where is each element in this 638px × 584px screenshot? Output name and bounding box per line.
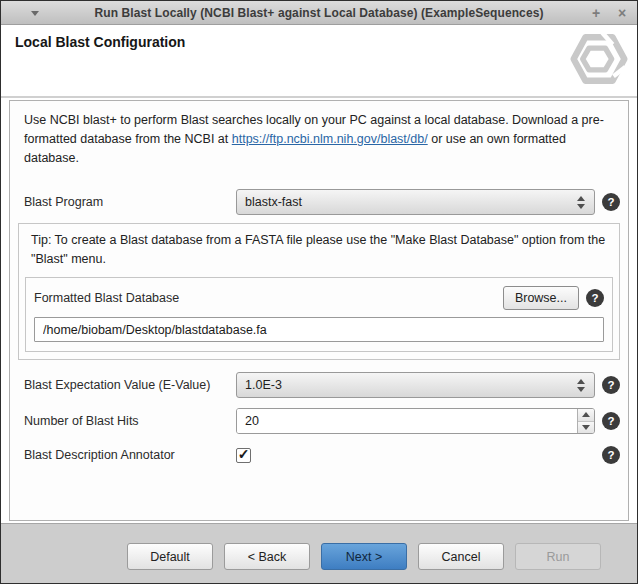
evalue-label: Blast Expectation Value (E-Value) bbox=[24, 378, 236, 392]
hits-spinner bbox=[236, 408, 595, 434]
browse-button[interactable]: Browse... bbox=[503, 286, 579, 310]
database-path-input[interactable] bbox=[34, 317, 604, 342]
hits-spinner-down-button[interactable] bbox=[578, 422, 594, 434]
close-icon: × bbox=[618, 6, 626, 20]
spinner-down-icon bbox=[582, 425, 590, 430]
hits-label: Number of Blast Hits bbox=[24, 414, 236, 428]
hits-spinner-up-button[interactable] bbox=[578, 409, 594, 422]
database-groupbox: Tip: To create a Blast database from a F… bbox=[18, 223, 620, 360]
combo-arrows-icon bbox=[577, 190, 585, 214]
dialog-header: Local Blast Configuration bbox=[1, 25, 637, 98]
evalue-select[interactable]: 1.0E-3 bbox=[236, 372, 595, 398]
hits-help-icon[interactable]: ? bbox=[602, 412, 620, 430]
default-button[interactable]: Default bbox=[127, 543, 213, 570]
annotator-help-icon[interactable]: ? bbox=[602, 446, 620, 464]
evalue-help-icon[interactable]: ? bbox=[602, 376, 620, 394]
dialog-footer: Default < Back Next > Cancel Run bbox=[1, 523, 637, 584]
window-menu-button[interactable] bbox=[25, 1, 45, 25]
annotator-label: Blast Description Annotator bbox=[24, 448, 236, 462]
content-region: Use NCBI blast+ to perform Blast searche… bbox=[1, 98, 637, 523]
configuration-panel: Use NCBI blast+ to perform Blast searche… bbox=[9, 100, 629, 521]
run-blast-locally-dialog: Run Blast Locally (NCBI Blast+ against L… bbox=[0, 0, 638, 584]
window-menu-icon bbox=[31, 11, 39, 16]
next-button[interactable]: Next > bbox=[321, 543, 407, 570]
checkmark-icon: ✓ bbox=[238, 447, 250, 461]
omicsbox-hexagon-logo-icon bbox=[570, 32, 628, 90]
maximize-icon: + bbox=[592, 6, 600, 20]
page-title: Local Blast Configuration bbox=[15, 34, 185, 50]
titlebar[interactable]: Run Blast Locally (NCBI Blast+ against L… bbox=[1, 1, 637, 25]
evalue-row: Blast Expectation Value (E-Value) 1.0E-3… bbox=[24, 372, 620, 398]
blast-program-value: blastx-fast bbox=[245, 195, 302, 209]
ncbi-ftp-link[interactable]: https://ftp.ncbi.nlm.nih.gov/blast/db/ bbox=[232, 132, 428, 146]
blast-program-select[interactable]: blastx-fast bbox=[236, 189, 595, 215]
window-title: Run Blast Locally (NCBI Blast+ against L… bbox=[1, 6, 637, 20]
annotator-checkbox[interactable]: ✓ bbox=[236, 448, 251, 463]
spinner-up-icon bbox=[582, 412, 590, 417]
hits-input[interactable] bbox=[237, 409, 577, 433]
combo-arrows-icon bbox=[577, 373, 585, 397]
cancel-button[interactable]: Cancel bbox=[418, 543, 504, 570]
close-button[interactable]: × bbox=[613, 1, 631, 25]
intro-text: Use NCBI blast+ to perform Blast searche… bbox=[24, 111, 620, 168]
database-label: Formatted Blast Database bbox=[34, 291, 503, 305]
back-button[interactable]: < Back bbox=[224, 543, 310, 570]
maximize-button[interactable]: + bbox=[587, 1, 605, 25]
database-help-icon[interactable]: ? bbox=[586, 289, 604, 307]
evalue-value: 1.0E-3 bbox=[245, 378, 282, 392]
blast-program-row: Blast Program blastx-fast ? bbox=[24, 189, 620, 215]
database-innerbox: Formatted Blast Database Browse... ? bbox=[25, 277, 613, 352]
annotator-row: Blast Description Annotator ✓ ? bbox=[24, 446, 620, 464]
hits-row: Number of Blast Hits ? bbox=[24, 408, 620, 434]
run-button: Run bbox=[515, 543, 601, 570]
blast-program-help-icon[interactable]: ? bbox=[602, 193, 620, 211]
blast-program-label: Blast Program bbox=[24, 195, 236, 209]
wizard-buttons: Default < Back Next > Cancel Run bbox=[127, 543, 601, 570]
tip-text: Tip: To create a Blast database from a F… bbox=[31, 231, 611, 269]
